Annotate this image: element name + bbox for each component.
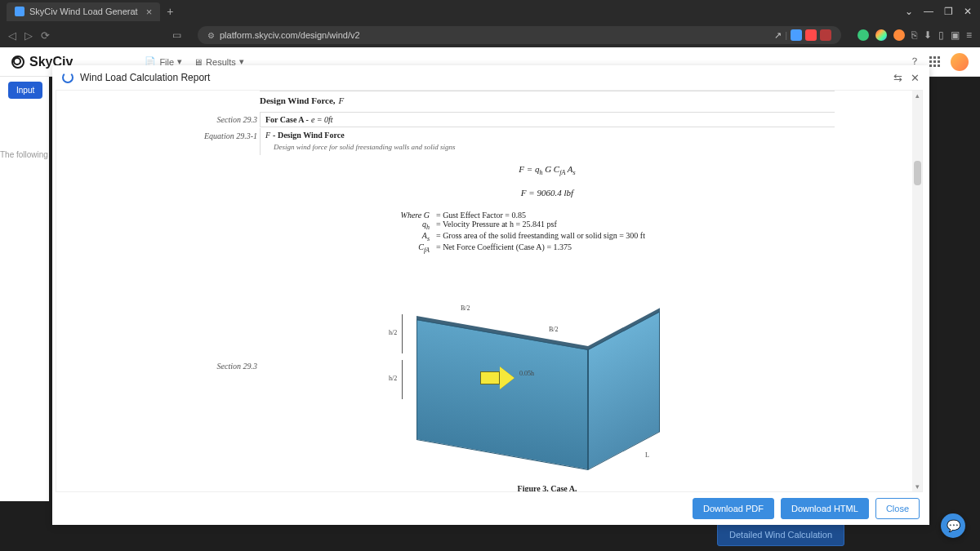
share-icon[interactable]: ↗ — [774, 30, 782, 41]
ext-badge-1-icon[interactable] — [791, 29, 802, 41]
scroll-down-icon[interactable]: ▾ — [913, 482, 921, 491]
loading-spinner-icon — [62, 72, 74, 83]
browser-toolbar: ◁ ▷ ⟳ ▭ ⚙ platform.skyciv.com/design/win… — [0, 23, 980, 47]
scrollbar-thumb[interactable] — [914, 161, 921, 185]
sidebar-text: The following — [0, 150, 48, 159]
download-html-button[interactable]: Download HTML — [781, 498, 869, 519]
os-titlebar: SkyCiv Wind Load Generat × + ⌄ — ❐ ✕ — [0, 0, 980, 23]
tab-title: SkyCiv Wind Load Generat — [29, 7, 138, 16]
figure-3: h/2 h/2 B/2 B/2 0.05h L — [392, 287, 702, 474]
scrollbar[interactable]: ▴ ▾ — [912, 91, 922, 491]
equation-1: F = qh G CfA As — [260, 164, 835, 176]
extension-1-icon[interactable] — [858, 29, 869, 41]
chat-widget-icon[interactable]: 💬 — [941, 513, 965, 538]
report-heading: Design Wind Force, F — [260, 96, 835, 105]
cast-icon[interactable]: ⎘ — [911, 29, 917, 41]
report-page: Design Wind Force, F Section 29.3 For Ca… — [124, 91, 854, 492]
where-cfa-r: = Net Force Coefficient (Case A) = 1.375 — [433, 242, 719, 254]
where-cfa-l: CfA — [376, 242, 433, 254]
scroll-up-icon[interactable]: ▴ — [913, 91, 921, 100]
extension-3-icon[interactable] — [893, 29, 905, 41]
new-tab-button[interactable]: + — [167, 5, 173, 18]
dim-h2-a: h/2 — [389, 329, 397, 336]
where-qh-l: qh — [376, 220, 433, 231]
logo-icon — [11, 56, 24, 69]
panel-icon[interactable]: ▯ — [938, 29, 944, 41]
modal-body: Design Wind Force, F Section 29.3 For Ca… — [52, 90, 929, 492]
where-qh-r: = Velocity Pressure at h = 25.841 psf — [433, 220, 719, 231]
dim-B2-b: B/2 — [549, 326, 559, 333]
where-g-r: = Gust Effect Factor = 0.85 — [433, 211, 719, 220]
case-a-header: For Case A - e = 0ft — [260, 112, 835, 127]
f-symbol: F — [265, 131, 270, 140]
url-text: platform.skyciv.com/design/wind/v2 — [220, 30, 360, 40]
maximize-icon[interactable]: ❐ — [942, 6, 954, 17]
figure-caption: Figure 3. Case A. — [260, 484, 835, 492]
where-as-r: = Gross area of the solid freestanding w… — [433, 231, 719, 242]
dim-L: L — [645, 451, 649, 459]
case-a-label: For Case A - — [265, 115, 309, 124]
back-icon[interactable]: ◁ — [8, 29, 16, 42]
menu-icon[interactable]: ≡ — [966, 29, 972, 41]
reload-icon[interactable]: ⟳ — [41, 29, 50, 42]
detailed-calc-button[interactable]: Detailed Wind Calculation — [717, 523, 844, 546]
f-text: - Design Wind Force — [273, 131, 345, 140]
where-as-l: As — [376, 231, 433, 242]
equation-ref: Equation 29.3-1 — [204, 131, 257, 140]
equation-2: F = 9060.4 lbf — [260, 188, 835, 198]
browser-tab[interactable]: SkyCiv Wind Load Generat × — [7, 2, 160, 21]
wall-side-face — [588, 311, 660, 470]
chevron-down-icon[interactable]: ⌄ — [903, 6, 915, 17]
close-window-icon[interactable]: ✕ — [962, 6, 973, 17]
close-button[interactable]: Close — [875, 498, 920, 519]
apps-grid-icon[interactable] — [929, 56, 941, 68]
modal-title: Wind Load Calculation Report — [80, 72, 210, 83]
extension-2-icon[interactable] — [875, 29, 887, 41]
bookmark-icon[interactable]: ▭ — [172, 29, 181, 41]
site-settings-icon[interactable]: ⚙ — [207, 31, 215, 40]
forward-icon[interactable]: ▷ — [24, 29, 33, 42]
dim-line — [402, 314, 403, 353]
nav-buttons: ◁ ▷ ⟳ — [8, 29, 50, 42]
heading-symbol: F — [339, 96, 345, 105]
download-pdf-button[interactable]: Download PDF — [693, 498, 774, 519]
report-modal: Wind Load Calculation Report ⇆ ✕ Design … — [52, 65, 929, 525]
video-icon[interactable]: ▣ — [951, 29, 960, 41]
minimize-icon[interactable]: — — [923, 6, 934, 17]
modal-close-icon[interactable]: ✕ — [911, 72, 920, 84]
dim-line — [402, 360, 403, 399]
modal-footer: Download PDF Download HTML Close — [52, 492, 929, 525]
dim-offset: 0.05h — [519, 370, 534, 377]
left-sidebar: Input The following — [0, 77, 49, 501]
modal-header: Wind Load Calculation Report ⇆ ✕ — [52, 65, 929, 90]
report-scroll-area[interactable]: Design Wind Force, F Section 29.3 For Ca… — [56, 90, 923, 492]
download-icon[interactable]: ⬇ — [924, 29, 932, 41]
where-g-l: Where G — [376, 211, 433, 220]
avatar[interactable] — [951, 53, 969, 71]
wind-force-arrow-icon — [480, 367, 514, 391]
heading-text: Design Wind Force, — [260, 96, 336, 105]
ext-badge-3-icon[interactable] — [820, 29, 831, 41]
url-actions: ↗ | — [774, 29, 831, 41]
section-ref-a: Section 29.3 — [204, 115, 257, 124]
favicon-icon — [15, 7, 24, 16]
where-block: Where G= Gust Effect Factor = 0.85 qh= V… — [376, 211, 719, 254]
browser-right-icons: ⎘ ⬇ ▯ ▣ ≡ — [858, 29, 972, 41]
window-controls: ⌄ — ❐ ✕ — [903, 6, 973, 17]
address-bar[interactable]: ⚙ platform.skyciv.com/design/wind/v2 ↗ | — [198, 26, 841, 44]
section-ref-fig: Section 29.3 — [204, 362, 257, 371]
dim-h2-b: h/2 — [389, 375, 397, 382]
input-tab-button[interactable]: Input — [8, 82, 42, 99]
case-a-eq: e = 0ft — [311, 115, 333, 124]
dim-B2-a: B/2 — [461, 304, 470, 312]
f-description: F - Design Wind Force — [260, 128, 835, 142]
tab-close-icon[interactable]: × — [146, 6, 153, 18]
expand-icon[interactable]: ⇆ — [893, 72, 902, 84]
ext-badge-2-icon[interactable] — [805, 29, 817, 41]
